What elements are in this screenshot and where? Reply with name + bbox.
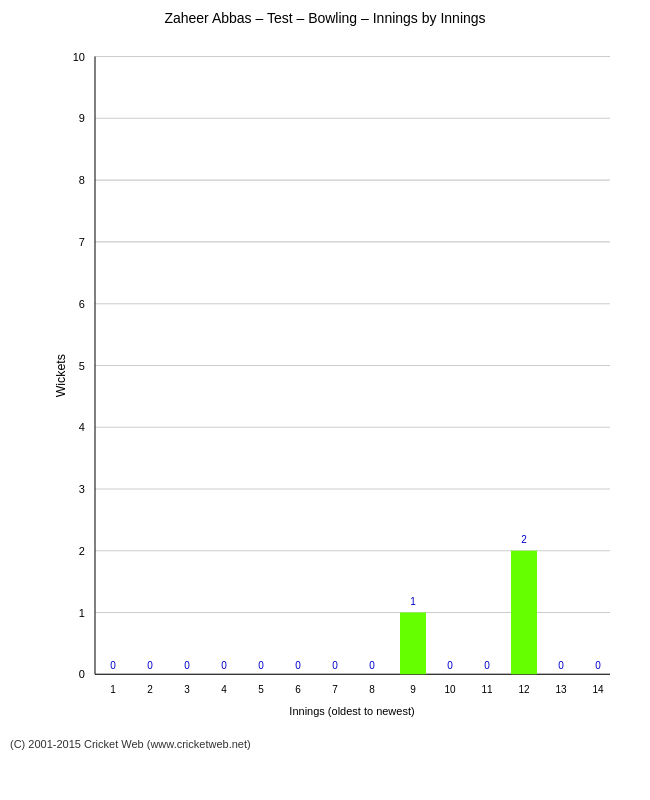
- svg-text:0: 0: [484, 660, 490, 671]
- svg-text:10: 10: [73, 51, 85, 63]
- svg-text:0: 0: [147, 660, 153, 671]
- svg-text:14: 14: [592, 684, 603, 695]
- svg-text:2: 2: [521, 534, 527, 545]
- svg-text:0: 0: [184, 660, 190, 671]
- svg-text:0: 0: [595, 660, 601, 671]
- svg-text:7: 7: [332, 684, 338, 695]
- svg-text:0: 0: [110, 660, 116, 671]
- svg-text:0: 0: [332, 660, 338, 671]
- svg-text:12: 12: [518, 684, 529, 695]
- svg-text:0: 0: [79, 668, 85, 680]
- svg-text:5: 5: [79, 359, 85, 371]
- bar-chart: 0 1 2 3 4 5 6 7 8 9 10 Wickets 0 1: [55, 36, 625, 736]
- svg-text:0: 0: [369, 660, 375, 671]
- svg-text:0: 0: [558, 660, 564, 671]
- svg-text:9: 9: [79, 112, 85, 124]
- svg-text:9: 9: [410, 684, 416, 695]
- svg-text:6: 6: [79, 298, 85, 310]
- svg-text:6: 6: [295, 684, 301, 695]
- svg-text:0: 0: [221, 660, 227, 671]
- svg-text:2: 2: [79, 545, 85, 557]
- svg-text:4: 4: [79, 421, 85, 433]
- svg-text:10: 10: [444, 684, 455, 695]
- svg-text:0: 0: [447, 660, 453, 671]
- chart-container: Zaheer Abbas – Test – Bowling – Innings …: [0, 0, 650, 800]
- svg-text:3: 3: [184, 684, 190, 695]
- svg-text:0: 0: [295, 660, 301, 671]
- svg-text:8: 8: [369, 684, 375, 695]
- svg-text:4: 4: [221, 684, 227, 695]
- chart-title: Zaheer Abbas – Test – Bowling – Innings …: [164, 10, 485, 26]
- svg-rect-41: [400, 612, 426, 674]
- svg-text:1: 1: [410, 596, 416, 607]
- svg-text:5: 5: [258, 684, 264, 695]
- svg-text:0: 0: [258, 660, 264, 671]
- copyright-text: (C) 2001-2015 Cricket Web (www.cricketwe…: [10, 738, 251, 750]
- chart-area: 0 1 2 3 4 5 6 7 8 9 10 Wickets 0 1: [55, 36, 625, 736]
- svg-text:2: 2: [147, 684, 153, 695]
- svg-text:11: 11: [481, 684, 492, 695]
- svg-text:3: 3: [79, 483, 85, 495]
- svg-text:13: 13: [555, 684, 566, 695]
- svg-text:Innings (oldest to newest): Innings (oldest to newest): [289, 705, 415, 717]
- svg-text:Wickets: Wickets: [55, 354, 68, 397]
- svg-rect-48: [511, 551, 537, 675]
- svg-text:8: 8: [79, 174, 85, 186]
- svg-text:1: 1: [79, 606, 85, 618]
- svg-text:7: 7: [79, 236, 85, 248]
- svg-text:1: 1: [110, 684, 116, 695]
